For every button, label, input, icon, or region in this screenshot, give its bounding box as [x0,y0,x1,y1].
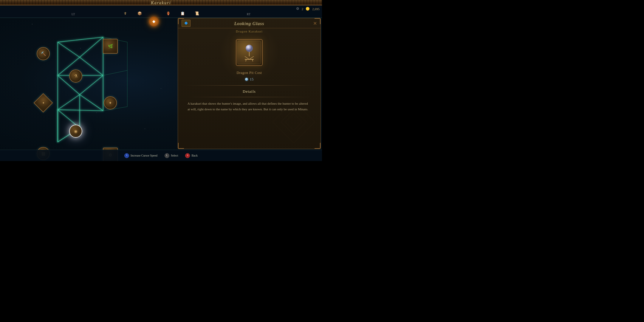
nav-tab-5[interactable]: 📋 [178,10,187,17]
bottom-control-bar: X Increase Cursor Speed L Select B Back [0,150,322,161]
control-hint-select: L Select [165,153,178,158]
svg-line-14 [58,95,80,110]
page-title: Karakuri [151,1,171,5]
nav-tab-4[interactable]: 🏺 [164,10,172,17]
svg-line-31 [252,59,253,61]
skill-node-star[interactable]: ✦ [104,96,117,109]
nav-tab-2[interactable]: 📦 [135,10,144,17]
svg-rect-33 [273,101,315,143]
nav-tab-1[interactable]: 🗡 [121,10,129,17]
item-showcase [178,34,321,71]
l-button: L [165,153,169,158]
nav-tab-6[interactable]: 📜 [193,10,201,17]
svg-line-0 [58,37,103,42]
svg-line-21 [103,70,127,75]
svg-line-8 [58,42,80,57]
select-label: Select [171,154,178,157]
b-button: B [185,153,190,158]
rt-button-label[interactable]: RT [247,12,250,16]
skill-node-cauldron[interactable]: ⚗ [69,69,82,83]
divider [183,85,316,86]
details-header: Details [183,89,316,94]
svg-line-2 [58,110,103,111]
x-button: X [124,153,129,158]
nav-tab-3-active[interactable]: ◆ [150,10,158,17]
panel-header-icon: 🔷 [182,20,191,27]
gear-icon: ⚙ [296,7,299,11]
top-right-info: ⚙ 2 🟡 2,695 [296,7,320,11]
skill-tree-area: 🔨 🌿 ⚗ ✦ ✦ ◉ ⚙ [0,18,176,149]
count-value: 2 [302,7,304,11]
svg-point-25 [246,45,253,52]
top-navigation: LT 🗡 📦 ◆ 🏺 📋 📜 RT [0,5,322,18]
svg-line-15 [80,95,103,111]
lt-button-label[interactable]: LT [72,12,75,16]
svg-line-28 [245,56,249,59]
skill-node-hammer[interactable]: 🔨 [37,47,50,60]
diamond-pattern-decoration [267,95,321,149]
back-label: Back [191,154,198,157]
detail-panel: 🔷 Looking Glass ✕ Dragon Karakuri [178,18,321,149]
control-hint-back: B Back [185,153,198,158]
currency-icon: 🟡 [306,7,310,11]
svg-line-12 [80,75,103,95]
svg-rect-32 [281,109,306,135]
control-hint-speed: X Increase Cursor Speed [124,153,157,158]
skill-node-diamond[interactable]: ✦ [35,95,51,111]
corner-bl [178,143,184,149]
speed-label: Increase Cursor Speed [131,154,157,157]
svg-line-30 [246,59,246,61]
panel-close-button[interactable]: ✕ [313,20,317,26]
currency-amount: 2,695 [312,7,320,11]
skill-node-plant[interactable]: 🌿 [103,39,118,54]
skill-node-active-looking-glass[interactable]: ◉ [69,125,82,138]
item-icon-large [236,39,263,66]
svg-line-9 [80,37,103,57]
nav-tabs-container: 🗡 📦 ◆ 🏺 📋 📜 [121,10,201,17]
svg-line-29 [249,56,254,59]
svg-line-13 [80,57,103,75]
svg-rect-34 [285,114,302,131]
connection-lines-svg [0,18,176,149]
